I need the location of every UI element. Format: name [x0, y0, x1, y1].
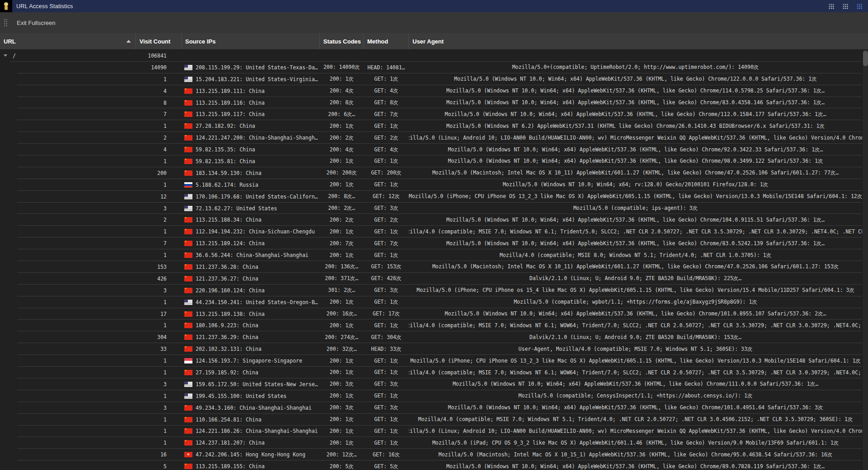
ip-location-value: 113.215.189.116: China [196, 100, 264, 106]
table-row[interactable]: 1 5.188.62.174: Russia 200: 1次 GET: 1次 M… [0, 179, 862, 191]
column-header-url[interactable]: URL [0, 33, 136, 49]
visit-count-cell: 426 [136, 273, 182, 285]
table-row[interactable]: 2 113.215.188.34: China 200: 2次 GET: 2次 … [0, 214, 862, 226]
exit-fullscreen-button[interactable]: Exit Fullscreen [17, 19, 55, 26]
scrollbar-thumb[interactable] [863, 51, 868, 66]
url-cell [0, 191, 136, 203]
table-row[interactable]: 5 113.215.189.155: China 200: 5次 GET: 5次… [0, 460, 862, 470]
table-row[interactable]: 1 124.221.186.26: China-Shanghai-Shangha… [0, 426, 862, 437]
table-row[interactable]: 14090 208.115.199.29: United States-Texa… [0, 62, 862, 73]
vertical-scrollbar[interactable] [862, 50, 868, 470]
table-row[interactable]: 7 113.215.189.117: China 200: 6次… GET: 7… [0, 108, 862, 120]
user-agent-cell: Mozilla/5.0 (Windows NT 10.0; Win64; x64… [409, 85, 862, 97]
source-ip-cell: 124.237.181.207: China [182, 437, 320, 449]
table-row[interactable]: 7 113.215.189.124: China 200: 7次 GET: 7次… [0, 237, 862, 249]
visit-count-cell: 106841 [136, 50, 182, 62]
source-ip-cell: 113.215.188.34: China [182, 214, 320, 226]
column-header-source-ips[interactable]: Source IPs [182, 33, 320, 49]
table-row[interactable]: 4 59.82.135.35: China 200: 4次 GET: 4次 Mo… [0, 144, 862, 155]
column-header-status-codes[interactable]: Status Codes [320, 33, 364, 49]
source-ip-cell: 49.234.3.160: China-Shanghai-Shanghai [182, 402, 320, 414]
status-codes-cell: 301: 2次… [320, 285, 364, 296]
status-codes-cell: 200: 1次 [320, 73, 364, 85]
ip-location-value: 59.82.135.35: China [196, 146, 255, 153]
table-row[interactable]: 1 124.156.193.7: Singapore-Singapore 200… [0, 355, 862, 367]
table-row[interactable]: 3 49.234.3.160: China-Shanghai-Shanghai … [0, 402, 862, 414]
table-row[interactable]: 1 112.194.194.232: China-Sichuan-Chengdu… [0, 226, 862, 237]
source-ip-cell: 124.221.186.26: China-Shanghai-Shanghai [182, 426, 320, 437]
method-cell: GET: 1次 [364, 249, 409, 261]
visit-count-cell: 1 [136, 179, 182, 191]
ip-location-value: 113.215.189.155: China [196, 463, 264, 470]
table-row[interactable]: 1 15.204.183.221: United States-Virginia… [0, 73, 862, 85]
status-codes-cell: 200: 1次 [320, 414, 364, 426]
table-row[interactable]: 1 36.6.56.244: China-Shanghai-Shanghai 2… [0, 249, 862, 261]
table-row[interactable]: 1 44.234.150.241: United States-Oregon-B… [0, 296, 862, 308]
table-row[interactable]: 33 202.102.32.131: China 200: 32次… HEAD:… [0, 343, 862, 355]
url-cell [0, 320, 136, 331]
table-row[interactable]: 17 113.215.189.138: China 200: 16次… GET:… [0, 308, 862, 320]
panel-grid-icon[interactable] [828, 3, 834, 10]
table-row[interactable]: 1 27.28.182.92: China 200: 1次 GET: 1次 Mo… [0, 120, 862, 132]
method-cell: GET: 1次 [364, 226, 409, 237]
visit-count-cell: 1 [136, 155, 182, 167]
method-cell: GET: 7次 [364, 237, 409, 249]
method-cell: GET: 2次 [364, 132, 409, 144]
table-row[interactable]: 1 124.237.181.207: China 200: 1次 GET: 1次… [0, 437, 862, 449]
ip-location-value: 113.215.189.111: China [196, 88, 264, 94]
status-codes-cell: 200: 16次… [320, 308, 364, 320]
url-cell [0, 203, 136, 214]
country-flag-icon [184, 358, 192, 363]
user-agent-cell: Mozilla/5.0 (Windows NT 10.0; Win64; x64… [409, 460, 862, 470]
drag-handle-icon[interactable] [4, 19, 8, 27]
source-ip-cell: 27.28.182.92: China [182, 120, 320, 132]
url-cell [0, 437, 136, 449]
table-row[interactable]: 2 124.221.247.200: China-Shanghai-Shangh… [0, 132, 862, 144]
column-header-method[interactable]: Method [364, 33, 409, 49]
user-agent-cell: Mozilla/5.0 (Macintosh; Intel Mac OS X 1… [409, 261, 862, 273]
table-row[interactable]: 426 121.237.36.27: China 200: 371次… GET:… [0, 273, 862, 285]
table-row[interactable]: 1 180.106.9.223: China 200: 1次 GET: 1次 M… [0, 320, 862, 331]
ip-location-value: 124.156.193.7: Singapore-Singapore [196, 358, 302, 364]
user-agent-cell: Mozilla/5.0 (Windows NT 10.0; Win64; x64… [409, 144, 862, 155]
url-cell [0, 85, 136, 97]
table-row[interactable]: 12 170.106.179.68: United States-Califor… [0, 191, 862, 203]
table-row[interactable]: 3 159.65.172.50: United States-New Jerse… [0, 378, 862, 390]
source-ip-cell: 15.204.183.221: United States-Virginia… [182, 73, 320, 85]
country-flag-icon [184, 206, 192, 211]
active-grid-icon[interactable] [856, 3, 863, 10]
column-header-visit-count[interactable]: Visit Count [136, 33, 182, 49]
table-row[interactable]: 1 110.166.254.81: China 200: 1次 GET: 1次 … [0, 414, 862, 426]
url-cell [0, 460, 136, 470]
table-row[interactable]: 153 121.237.36.28: China 200: 136次… GET:… [0, 261, 862, 273]
table-row[interactable]: 8 113.215.189.116: China 200: 8次 GET: 8次… [0, 97, 862, 109]
visit-count-cell: 3 [136, 203, 182, 214]
table-row[interactable]: 1 27.159.185.92: China 200: 1次 GET: 1次 M… [0, 367, 862, 378]
pointer-grid-icon[interactable] [842, 3, 849, 10]
visit-count-cell: 1 [136, 120, 182, 132]
status-codes-cell: 200: 4次 [320, 144, 364, 155]
table-row[interactable]: 1 59.82.135.81: China 200: 1次 GET: 1次 Mo… [0, 155, 862, 167]
table-row[interactable]: 200 183.134.59.130: China 200: 200次 GET:… [0, 167, 862, 179]
url-cell [0, 120, 136, 132]
table-row[interactable]: 1 199.45.155.100: United States 200: 1次 … [0, 390, 862, 402]
table-row[interactable]: 16 47.242.206.145: Hong Kong-Hong Kong 2… [0, 449, 862, 460]
visit-count-cell: 153 [136, 261, 182, 273]
visit-count-cell: 5 [136, 460, 182, 470]
ip-location-value: 121.237.36.27: China [196, 276, 258, 282]
source-ip-cell: 113.215.189.117: China [182, 108, 320, 120]
url-cell [0, 367, 136, 378]
table-row[interactable]: 3 72.13.62.27: United States 200: 2次… GE… [0, 203, 862, 214]
ip-location-value: 113.215.189.117: China [196, 111, 264, 117]
sort-asc-icon[interactable] [126, 40, 131, 43]
table-row[interactable]: 304 121.237.36.29: China 200: 274次… GET:… [0, 331, 862, 343]
table-row[interactable]: 3 220.196.160.124: China 301: 2次… GET: 3… [0, 285, 862, 296]
status-codes-cell: 200: 14090次 [320, 62, 364, 73]
table-row[interactable]: 4 113.215.189.111: China 200: 4次 GET: 4次… [0, 85, 862, 97]
table-row-root[interactable]: / 106841 [0, 50, 862, 62]
visit-count-cell: 2 [136, 214, 182, 226]
status-codes-cell: 200: 1次 [320, 426, 364, 437]
status-codes-cell: 200: 7次 [320, 237, 364, 249]
column-header-user-agent[interactable]: User Agent [409, 33, 868, 49]
collapse-caret-icon[interactable] [4, 54, 7, 57]
